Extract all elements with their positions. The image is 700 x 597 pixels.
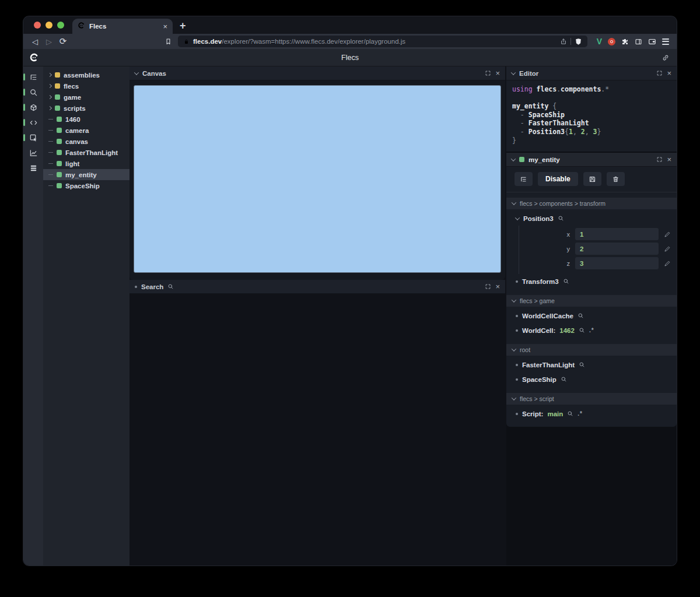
tree-item-SpaceShip[interactable]: SpaceShip [43,180,130,191]
close-panel-icon[interactable]: × [667,156,671,163]
fullscreen-icon[interactable] [656,156,663,163]
back-button[interactable]: ◁ [29,36,41,47]
search-magnifier-icon[interactable] [167,283,174,290]
code-tool-icon[interactable] [23,115,43,130]
adblock-extension-icon[interactable] [608,38,615,45]
fullscreen-icon[interactable] [656,70,663,76]
new-tab-button[interactable]: + [180,20,186,31]
minimize-window-button[interactable] [46,22,52,29]
query-magnifier-icon[interactable] [579,361,585,368]
field-value-input[interactable]: 1 [575,228,659,240]
wallet-icon[interactable] [648,37,656,45]
component-row-Transform3[interactable]: Transform3 [516,274,671,289]
component-row-Script[interactable]: Script: main.* [516,406,671,421]
edit-pencil-icon[interactable] [664,231,671,238]
url-bar[interactable]: flecs.dev/explorer/?wasm=https://www.fle… [178,36,587,47]
extensions-puzzle-icon[interactable] [621,38,629,45]
code-line: my_entity { [512,102,677,111]
menu-icon[interactable] [662,38,669,45]
field-value-input[interactable]: 3 [575,257,659,269]
close-window-button[interactable] [34,22,41,29]
tree-item-1460[interactable]: 1460 [43,114,130,125]
chevron-right-icon[interactable] [48,73,52,77]
code-editor[interactable]: using flecs.components.* my_entity { - S… [506,80,677,152]
render-canvas[interactable] [134,85,501,273]
reload-button[interactable]: ⟳ [57,36,69,47]
entity-square-icon [55,83,60,89]
code-line: using flecs.components.* [512,85,677,94]
component-row-SpaceShip[interactable]: SpaceShip [516,372,671,387]
close-panel-icon[interactable]: × [495,283,500,290]
inspect-tool-icon[interactable] [23,130,43,145]
tree-item-canvas[interactable]: canvas [43,136,130,147]
vue-devtools-icon[interactable]: V [597,37,602,46]
chevron-down-icon[interactable] [515,215,520,220]
app-title: Flecs [23,54,677,62]
chevron-down-icon[interactable] [511,156,516,161]
tree-item-game[interactable]: game [43,92,130,103]
stack-tool-icon[interactable] [23,160,43,175]
chevron-down-icon[interactable] [134,70,139,75]
chevron-down-icon[interactable] [512,200,516,205]
component-section-header[interactable]: flecs > game [506,295,677,307]
chevron-right-icon[interactable] [48,84,52,88]
forward-button[interactable]: ▷ [43,36,55,47]
zoom-window-button[interactable] [57,22,64,29]
share-icon[interactable] [560,38,567,45]
close-panel-icon[interactable]: × [667,69,671,77]
tree-item-camera[interactable]: camera [43,125,130,136]
sidebar-toggle-icon[interactable] [635,38,642,45]
component-section-header[interactable]: flecs > components > transform [506,198,677,209]
component-section-header[interactable]: flecs > script [506,393,677,405]
tree-item-FasterThanLight[interactable]: FasterThanLight [43,147,130,158]
chevron-right-icon[interactable] [48,95,52,99]
close-panel-icon[interactable]: × [495,69,500,77]
leaf-dash-icon [48,119,53,120]
edit-pencil-icon[interactable] [664,260,671,267]
tree-tool-icon[interactable] [23,69,43,85]
fullscreen-icon[interactable] [485,283,491,290]
chevron-down-icon[interactable] [512,297,516,302]
component-section-header[interactable]: root [506,344,677,356]
save-entity-button[interactable] [583,172,601,186]
cube-tool-icon[interactable] [23,100,43,115]
bookmark-icon[interactable] [162,36,174,47]
chevron-down-icon[interactable] [512,346,516,351]
fullscreen-icon[interactable] [485,70,491,76]
tree-item-label: flecs [64,83,79,90]
query-magnifier-icon[interactable] [561,376,567,382]
browser-tab[interactable]: Flecs × [72,19,173,34]
chevron-down-icon[interactable] [511,70,516,75]
edit-pencil-icon[interactable] [664,245,671,252]
tree-item-assemblies[interactable]: assemblies [43,69,130,80]
component-row-WorldCellCache[interactable]: WorldCellCache [516,308,671,323]
chart-tool-icon[interactable] [23,145,43,160]
query-magnifier-icon[interactable] [563,278,569,285]
tree-item-flecs[interactable]: flecs [43,80,130,92]
search-tool-icon[interactable] [23,85,43,100]
query-magnifier-icon[interactable] [579,327,585,333]
component-row-FasterThanLight[interactable]: FasterThanLight [516,357,671,372]
tree-item-scripts[interactable]: scripts [43,103,130,114]
bullet-icon [516,315,518,317]
delete-entity-button[interactable] [607,172,625,186]
query-magnifier-icon[interactable] [578,312,584,319]
tree-item-label: 1460 [65,116,80,123]
entity-tree-panel: assembliesflecsgamescripts1460cameracanv… [43,66,130,566]
brave-shield-icon[interactable] [575,38,582,45]
query-magnifier-icon[interactable] [567,410,573,417]
tree-view-button[interactable] [514,172,533,186]
disable-entity-button[interactable]: Disable [538,172,578,186]
field-value-input[interactable]: 2 [575,243,659,255]
close-tab-icon[interactable]: × [163,23,167,30]
chevron-right-icon[interactable] [48,106,52,110]
query-magnifier-icon[interactable] [558,215,564,222]
component-row-Position3[interactable]: Position3 [516,211,671,226]
search-panel-body [130,294,505,566]
section-path-label: root [520,346,530,353]
component-row-WorldCell[interactable]: WorldCell: 1462.* [516,323,671,338]
tree-item-light[interactable]: light [43,158,130,169]
chevron-down-icon[interactable] [512,395,516,400]
component-label: FasterThanLight [522,361,575,368]
tree-item-my_entity[interactable]: my_entity [43,169,130,180]
